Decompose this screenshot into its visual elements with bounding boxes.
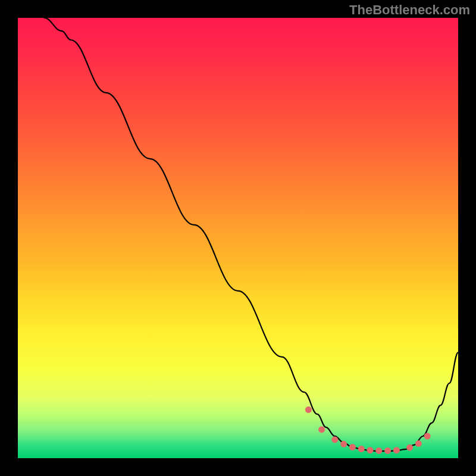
marker-dot xyxy=(349,444,356,450)
watermark-text: TheBottleneck.com xyxy=(349,2,470,18)
marker-dot xyxy=(393,447,400,453)
marker-dot xyxy=(375,447,382,454)
marker-dot xyxy=(305,406,312,413)
plot-area xyxy=(18,18,458,458)
marker-dot xyxy=(367,447,374,453)
marker-dot xyxy=(424,433,431,440)
marker-dots xyxy=(305,406,431,454)
marker-dot xyxy=(331,436,338,443)
chart-container: TheBottleneck.com xyxy=(0,0,476,476)
marker-dot xyxy=(384,447,391,454)
bottleneck-curve xyxy=(44,18,458,451)
marker-dot xyxy=(406,444,413,451)
marker-dot xyxy=(415,440,422,447)
marker-dot xyxy=(340,441,347,447)
marker-dot xyxy=(358,446,365,452)
marker-dot xyxy=(318,426,325,433)
chart-svg xyxy=(18,18,458,458)
